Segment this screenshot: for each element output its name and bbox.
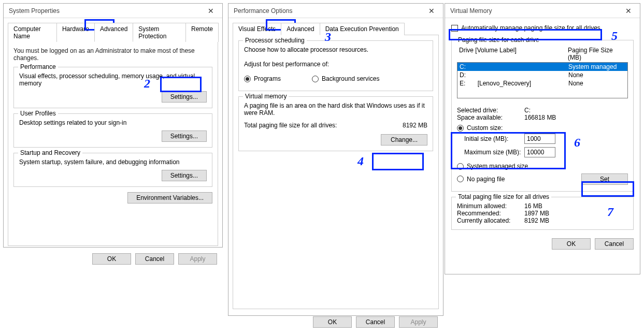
tab-advanced[interactable]: Advanced: [281, 23, 320, 35]
tab-system-protection[interactable]: System Protection: [133, 23, 186, 42]
tabs: Visual Effects Advanced Data Execution P…: [228, 18, 443, 35]
admin-note: You must be logged on as an Administrato…: [13, 47, 212, 62]
maximum-size-input[interactable]: [524, 147, 555, 157]
tab-panel-advanced: You must be logged on as an Administrato…: [8, 41, 218, 246]
recommended-label: Recommended:: [457, 210, 524, 217]
system-properties-dialog: System Properties ✕ Computer Name Hardwa…: [3, 3, 223, 248]
bottom-buttons: OK Cancel: [451, 235, 634, 253]
tab-hardware[interactable]: Hardware: [56, 23, 95, 42]
cancel-button[interactable]: Cancel: [135, 253, 174, 265]
currently-allocated-label: Currently allocated:: [457, 217, 524, 224]
performance-group: Performance Visual effects, processor sc…: [13, 67, 212, 108]
drive-letter: C:: [460, 63, 466, 70]
radio-icon: [457, 176, 464, 182]
vmem-desc: A paging file is an area on the hard dis…: [244, 102, 427, 117]
tab-remote[interactable]: Remote: [185, 23, 219, 42]
title-text: Performance Options: [234, 7, 292, 14]
apply-button[interactable]: Apply: [178, 253, 217, 265]
vmem-change-button[interactable]: Change...: [381, 134, 427, 146]
selected-drive-row: Selected drive: C:: [457, 107, 628, 114]
custom-size-label: Custom size:: [467, 124, 503, 132]
close-icon[interactable]: ✕: [618, 4, 639, 18]
performance-options-dialog: Performance Options ✕ Visual Effects Adv…: [228, 3, 443, 316]
bottom-buttons: OK Cancel Apply: [228, 313, 443, 331]
proc-sched-legend: Processor scheduling: [243, 37, 307, 44]
min-allowed-row: Minimum allowed: 16 MB: [457, 202, 628, 210]
virtual-memory-dialog: Virtual Memory ✕ Automatically manage pa…: [445, 3, 640, 274]
space-available-label: Space available:: [457, 114, 524, 121]
drive-size: None: [568, 71, 625, 79]
no-paging-label: No paging file: [467, 176, 505, 183]
drive-row-c[interactable]: C: System managed: [457, 63, 627, 71]
cancel-button[interactable]: Cancel: [595, 238, 634, 250]
drive-letter: E:: [460, 80, 465, 87]
user-profiles-legend: User Profiles: [18, 110, 58, 117]
close-icon[interactable]: ✕: [201, 4, 221, 18]
recommended-row: Recommended: 1897 MB: [457, 210, 628, 217]
apply-button[interactable]: Apply: [399, 316, 438, 328]
currently-allocated-row: Currently allocated: 8192 MB: [457, 217, 628, 224]
set-button[interactable]: Set: [581, 173, 628, 185]
title-text: Virtual Memory: [450, 7, 492, 14]
close-icon[interactable]: ✕: [421, 4, 442, 18]
checkbox-icon: [451, 25, 458, 32]
environment-variables-button[interactable]: Environment Variables...: [127, 192, 212, 204]
ok-button[interactable]: OK: [313, 316, 352, 328]
performance-legend: Performance: [18, 63, 58, 70]
auto-manage-checkbox[interactable]: Automatically manage paging file size fo…: [451, 24, 634, 32]
radio-system-managed[interactable]: System managed size: [457, 163, 528, 170]
tab-visual-effects[interactable]: Visual Effects: [233, 23, 281, 35]
drive-row-d[interactable]: D: None: [457, 71, 627, 79]
vmem-total-label: Total paging file size for all drives:: [244, 122, 337, 129]
performance-settings-button[interactable]: Settings...: [162, 91, 207, 103]
totals-legend: Total paging file size for all drives: [456, 193, 551, 200]
min-allowed-value: 16 MB: [524, 202, 542, 210]
ok-button[interactable]: OK: [552, 238, 591, 250]
drive-size: None: [568, 80, 625, 87]
proc-sched-desc: Choose how to allocate processor resourc…: [244, 46, 427, 53]
space-available-value: 166818 MB: [524, 114, 556, 121]
selected-drive-value: C:: [524, 107, 531, 114]
selected-drive-label: Selected drive:: [457, 107, 524, 114]
col-size-header: Paging File Size (MB): [568, 47, 626, 61]
radio-programs[interactable]: Programs: [244, 75, 281, 82]
performance-desc: Visual effects, processor scheduling, me…: [19, 72, 207, 87]
radio-background[interactable]: Background services: [312, 75, 379, 82]
titlebar[interactable]: Performance Options ✕: [228, 4, 443, 18]
tabs: Computer Name Hardware Advanced System P…: [4, 18, 222, 41]
tab-panel-advanced: Processor scheduling Choose how to alloc…: [233, 35, 439, 309]
ok-button[interactable]: OK: [92, 253, 131, 265]
startup-settings-button[interactable]: Settings...: [162, 170, 207, 181]
drive-size: System managed: [568, 63, 625, 70]
user-profiles-settings-button[interactable]: Settings...: [162, 130, 207, 142]
startup-legend: Startup and Recovery: [18, 149, 82, 156]
space-available-row: Space available: 166818 MB: [457, 114, 628, 121]
tab-dep[interactable]: Data Execution Prevention: [320, 23, 405, 35]
maximum-size-label: Maximum size (MB):: [457, 149, 524, 156]
auto-manage-label: Automatically manage paging file size fo…: [461, 24, 600, 32]
radio-custom-size[interactable]: Custom size:: [457, 124, 503, 132]
titlebar[interactable]: Virtual Memory ✕: [445, 4, 640, 18]
processor-scheduling-group: Processor scheduling Choose how to alloc…: [238, 40, 433, 91]
titlebar[interactable]: System Properties ✕: [4, 4, 222, 18]
radio-no-paging[interactable]: No paging file: [457, 176, 505, 183]
cancel-button[interactable]: Cancel: [356, 316, 395, 328]
vmem-legend: Virtual memory: [243, 93, 289, 100]
vmem-body: Automatically manage paging file size fo…: [445, 18, 640, 259]
radio-background-label: Background services: [322, 75, 379, 82]
tab-advanced[interactable]: Advanced: [94, 23, 133, 42]
bottom-buttons: OK Cancel Apply: [4, 250, 222, 268]
initial-size-input[interactable]: [524, 134, 555, 144]
min-allowed-label: Minimum allowed:: [457, 202, 524, 210]
vmem-total-value: 8192 MB: [403, 122, 427, 129]
currently-allocated-value: 8192 MB: [524, 217, 549, 224]
drive-list[interactable]: C: System managed D: None E: [Lenovo_Rec…: [457, 62, 628, 98]
drive-row-e[interactable]: E: [Lenovo_Recovery] None: [457, 79, 627, 88]
recommended-value: 1897 MB: [524, 210, 549, 217]
radio-icon: [457, 163, 464, 170]
drive-letter: D:: [460, 71, 466, 79]
totals-group: Total paging file size for all drives Mi…: [451, 197, 634, 230]
tab-computer-name[interactable]: Computer Name: [8, 23, 57, 42]
maximum-size-row: Maximum size (MB):: [457, 147, 628, 157]
drive-volume-label: [Lenovo_Recovery]: [478, 80, 531, 87]
